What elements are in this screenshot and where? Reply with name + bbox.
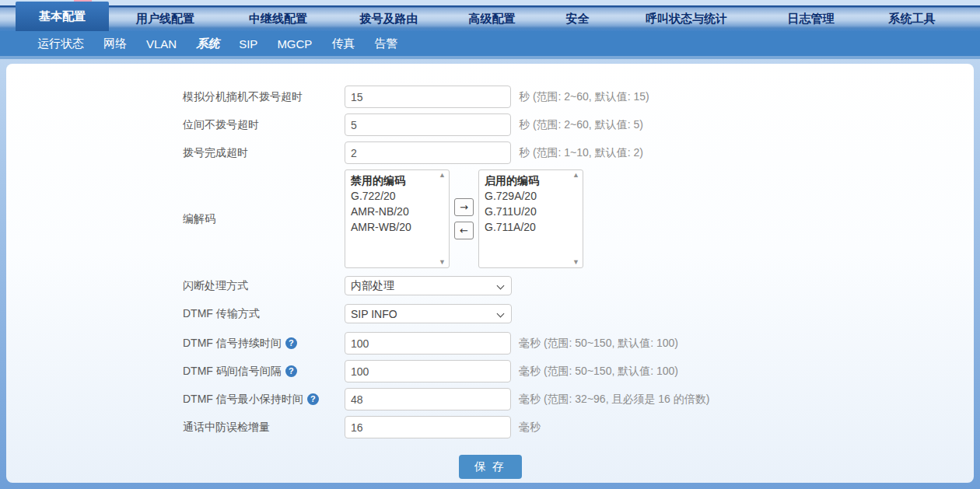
save-row: 保 存	[6, 455, 974, 479]
subnav-fax[interactable]: 传真	[331, 37, 355, 51]
dtmf-min-hold-input[interactable]	[345, 388, 511, 410]
dtmf-interval-hint: 毫秒 (范围: 50~150, 默认值: 100)	[519, 365, 678, 379]
chevron-down-icon	[497, 310, 505, 318]
top-navigation-bar: 基本配置 用户线配置 中继线配置 拨号及路由 高级配置 安全 呼叫状态与统计 日…	[0, 0, 980, 31]
dtmf-interval-label: DTMF 码间信号间隔	[183, 365, 282, 379]
dial-complete-timeout-input[interactable]	[345, 141, 511, 164]
hookflash-label: 闪断处理方式	[183, 279, 345, 293]
save-button[interactable]: 保 存	[459, 455, 522, 479]
enabled-codec-header: 启用的编码	[485, 173, 569, 188]
offhook-timeout-hint: 秒 (范围: 2~60, 默认值: 15)	[519, 90, 649, 104]
tab-security[interactable]: 安全	[541, 0, 614, 31]
enabled-codec-list[interactable]: 启用的编码 G.729A/20 G.711U/20 G.711A/20 ▲ ▼	[478, 169, 583, 268]
list-item[interactable]: AMR-WB/20	[351, 219, 435, 235]
help-icon[interactable]: ?	[285, 365, 297, 377]
content-panel: 模拟分机摘机不拨号超时 秒 (范围: 2~60, 默认值: 15) 位间不拨号超…	[6, 64, 974, 483]
tab-basic-config[interactable]: 基本配置	[16, 2, 109, 31]
chevron-down-icon	[497, 282, 505, 290]
form-row-dtmf-transport: DTMF 传输方式 SIP INFO	[183, 304, 974, 323]
dtmf-transport-selected-value: SIP INFO	[351, 308, 397, 320]
move-right-button[interactable]: →	[454, 198, 474, 216]
list-item[interactable]: AMR-NB/20	[351, 204, 435, 219]
interdigit-timeout-label: 位间不拨号超时	[183, 118, 345, 132]
scroll-down-icon[interactable]: ▼	[439, 259, 446, 266]
codec-transfer-buttons: → ←	[454, 198, 474, 239]
subnav-vlan[interactable]: VLAN	[146, 37, 177, 51]
anti-false-detect-label: 通话中防误检增量	[183, 421, 345, 435]
subnav-network[interactable]: 网络	[103, 37, 127, 51]
form-row-codec: 编解码 禁用的编码 G.722/20 AMR-NB/20 AMR-WB/20 ▲…	[183, 169, 974, 268]
list-item[interactable]: G.722/20	[351, 188, 435, 204]
subnav-running-status[interactable]: 运行状态	[37, 37, 84, 51]
form-row-dtmf-min-hold: DTMF 信号最小保持时间 ? 毫秒 (范围: 32~96, 且必须是 16 的…	[183, 388, 974, 410]
interdigit-timeout-input[interactable]	[345, 114, 511, 136]
scroll-down-icon[interactable]: ▼	[572, 259, 579, 266]
scroll-up-icon[interactable]: ▲	[439, 172, 446, 179]
form-row-dtmf-interval: DTMF 码间信号间隔 ? 毫秒 (范围: 50~150, 默认值: 100)	[183, 360, 974, 382]
anti-false-detect-input[interactable]	[345, 416, 511, 438]
main-tabs: 基本配置 用户线配置 中继线配置 拨号及路由 高级配置 安全 呼叫状态与统计 日…	[0, 0, 980, 31]
disabled-codec-list[interactable]: 禁用的编码 G.722/20 AMR-NB/20 AMR-WB/20 ▲ ▼	[345, 169, 450, 268]
dtmf-min-hold-label: DTMF 信号最小保持时间	[183, 393, 303, 407]
form-row-offhook-timeout: 模拟分机摘机不拨号超时 秒 (范围: 2~60, 默认值: 15)	[183, 86, 974, 108]
dtmf-transport-label: DTMF 传输方式	[183, 307, 345, 321]
form-row-hookflash: 闪断处理方式 内部处理	[183, 276, 974, 295]
subnav-system[interactable]: 系统	[196, 37, 219, 51]
list-item[interactable]: G.711A/20	[485, 219, 569, 235]
sub-navigation-bar: 运行状态 网络 VLAN 系统 SIP MGCP 传真 告警	[0, 31, 980, 56]
dial-complete-timeout-hint: 秒 (范围: 1~10, 默认值: 2)	[519, 146, 643, 160]
enabled-codec-scrollbar[interactable]: ▲ ▼	[571, 172, 581, 266]
tab-dial-and-route[interactable]: 拨号及路由	[334, 0, 443, 31]
scroll-up-icon[interactable]: ▲	[572, 172, 579, 179]
dtmf-duration-hint: 毫秒 (范围: 50~150, 默认值: 100)	[519, 337, 678, 351]
top-edge-artifact	[74, 0, 92, 2]
form-row-anti-false-detect: 通话中防误检增量 毫秒	[183, 416, 974, 438]
dtmf-min-hold-hint: 毫秒 (范围: 32~96, 且必须是 16 的倍数)	[519, 393, 709, 407]
subnav-sip[interactable]: SIP	[239, 37, 257, 51]
form-row-dial-complete-timeout: 拨号完成超时 秒 (范围: 1~10, 默认值: 2)	[183, 141, 974, 164]
tab-system-tools[interactable]: 系统工具	[863, 0, 961, 31]
interdigit-timeout-hint: 秒 (范围: 2~60, 默认值: 5)	[519, 118, 643, 132]
dtmf-interval-input[interactable]	[345, 360, 511, 382]
offhook-timeout-label: 模拟分机摘机不拨号超时	[183, 90, 345, 104]
tab-log-management[interactable]: 日志管理	[758, 0, 863, 31]
tab-advanced-config[interactable]: 高级配置	[443, 0, 541, 31]
hookflash-select[interactable]: 内部处理	[345, 276, 512, 295]
anti-false-detect-hint: 毫秒	[519, 421, 541, 435]
dial-complete-timeout-label: 拨号完成超时	[183, 146, 345, 160]
tab-trunk-line-config[interactable]: 中继线配置	[222, 0, 334, 31]
help-icon[interactable]: ?	[285, 337, 297, 349]
help-icon[interactable]: ?	[307, 393, 319, 405]
move-left-button[interactable]: ←	[454, 222, 474, 239]
dtmf-duration-input[interactable]	[345, 332, 511, 355]
tab-call-status-statistics[interactable]: 呼叫状态与统计	[614, 0, 758, 31]
form-row-dtmf-duration: DTMF 信号持续时间 ? 毫秒 (范围: 50~150, 默认值: 100)	[183, 332, 974, 355]
page-background: 模拟分机摘机不拨号超时 秒 (范围: 2~60, 默认值: 15) 位间不拨号超…	[0, 59, 980, 489]
list-item[interactable]: G.729A/20	[485, 188, 569, 204]
subnav-mgcp[interactable]: MGCP	[277, 37, 312, 51]
codec-label: 编解码	[183, 212, 345, 226]
dtmf-duration-label: DTMF 信号持续时间	[183, 337, 282, 351]
hookflash-selected-value: 内部处理	[351, 279, 394, 293]
dtmf-transport-select[interactable]: SIP INFO	[345, 304, 512, 323]
list-item[interactable]: G.711U/20	[485, 204, 569, 219]
disabled-codec-scrollbar[interactable]: ▲ ▼	[437, 172, 447, 266]
disabled-codec-header: 禁用的编码	[351, 173, 435, 188]
subnav-alarm[interactable]: 告警	[374, 37, 397, 51]
form-row-interdigit-timeout: 位间不拨号超时 秒 (范围: 2~60, 默认值: 5)	[183, 114, 974, 136]
tab-subscriber-line-config[interactable]: 用户线配置	[109, 0, 222, 31]
offhook-timeout-input[interactable]	[345, 86, 511, 108]
